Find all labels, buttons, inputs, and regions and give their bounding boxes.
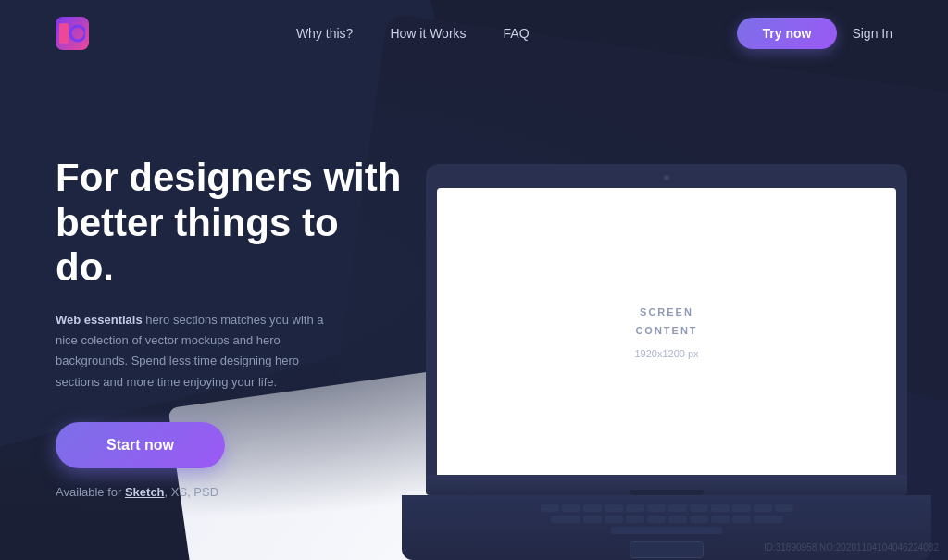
key	[647, 504, 666, 512]
spacebar-key	[611, 527, 722, 534]
key	[551, 516, 580, 523]
start-now-button[interactable]: Start now	[56, 422, 225, 468]
key	[732, 516, 751, 523]
key	[541, 504, 559, 512]
available-rest: , XS, PSD	[165, 485, 219, 499]
nav-links: Why this? How it Works FAQ	[296, 26, 530, 41]
key	[668, 504, 687, 512]
nav-link-faq[interactable]: FAQ	[504, 26, 530, 41]
nav-link-how-it-works[interactable]: How it Works	[390, 26, 466, 41]
hero-left: For designers with better things to do. …	[56, 156, 426, 498]
key	[626, 504, 644, 512]
hero-right: SCREEN CONTENT 1920x1200 px	[426, 94, 907, 560]
hero-description: Web essentials hero sections matches you…	[56, 310, 324, 392]
keyboard-row-2	[551, 516, 783, 523]
key	[711, 504, 730, 512]
available-text: Available for Sketch, XS, PSD	[56, 485, 407, 499]
hero-description-strong: Web essentials	[56, 313, 143, 327]
key	[605, 504, 623, 512]
key	[562, 504, 580, 512]
laptop-base	[426, 475, 907, 495]
laptop-mockup: SCREEN CONTENT 1920x1200 px	[426, 164, 907, 560]
nav-link-why-this[interactable]: Why this?	[296, 26, 353, 41]
available-sketch-link[interactable]: Sketch	[125, 485, 165, 499]
hero-section: For designers with better things to do. …	[0, 67, 948, 560]
key	[583, 504, 602, 512]
logo-icon	[56, 17, 89, 50]
screen-dimension: 1920x1200 px	[634, 348, 698, 359]
key	[754, 504, 772, 512]
laptop-screen-outer: SCREEN CONTENT 1920x1200 px	[426, 164, 907, 475]
laptop-camera	[664, 175, 669, 180]
key	[668, 516, 687, 523]
key	[605, 516, 623, 523]
logo[interactable]	[56, 17, 89, 50]
try-now-button[interactable]: Try now	[737, 18, 838, 49]
hero-title: For designers with better things to do.	[56, 156, 407, 290]
key	[583, 516, 602, 523]
watermark: ID:31890958 NO:20201104104046224082	[764, 542, 939, 553]
key	[647, 516, 666, 523]
screen-content-label: SCREEN CONTENT	[635, 304, 697, 341]
key	[690, 516, 708, 523]
nav-actions: Try now Sign In	[737, 18, 893, 49]
svg-rect-0	[59, 23, 69, 44]
key	[626, 516, 644, 523]
key	[775, 504, 793, 512]
key	[711, 516, 730, 523]
laptop-screen: SCREEN CONTENT 1920x1200 px	[437, 188, 896, 475]
keyboard-row-3	[611, 527, 722, 534]
svg-point-1	[70, 26, 85, 41]
key	[754, 516, 783, 523]
key	[690, 504, 708, 512]
keyboard-row-1	[541, 504, 793, 512]
touchpad	[630, 541, 704, 558]
sign-in-button[interactable]: Sign In	[852, 26, 892, 41]
key	[732, 504, 751, 512]
available-prefix: Available for	[56, 485, 125, 499]
navbar: Why this? How it Works FAQ Try now Sign …	[0, 0, 948, 67]
